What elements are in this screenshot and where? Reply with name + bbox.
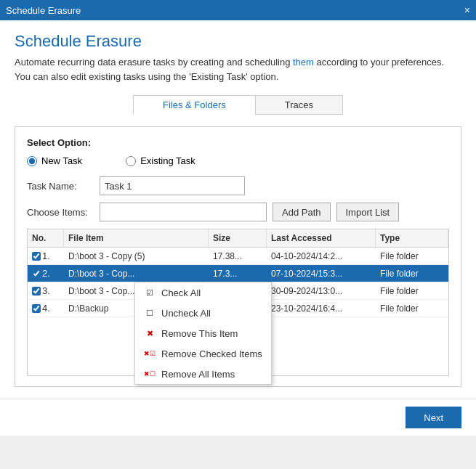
choose-items-input[interactable] <box>100 203 267 221</box>
footer: Next <box>0 399 476 436</box>
row3-checkbox[interactable] <box>32 287 41 295</box>
tab-traces[interactable]: Traces <box>255 95 343 115</box>
row1-file-item: D:\boot 3 - Copy (5) <box>64 248 209 264</box>
title-bar: Schedule Erasure × <box>0 0 476 20</box>
row2-size: 17.3... <box>209 265 267 282</box>
row1-last-accessed: 04-10-2024/14:2... <box>267 248 376 264</box>
remove-checked-icon: ✖☑ <box>144 348 156 359</box>
row1-size: 17.38... <box>209 248 267 264</box>
row2-type: File folder <box>376 265 448 282</box>
row2-last-accessed: 07-10-2024/15:3... <box>267 265 376 282</box>
tab-files-folders[interactable]: Files & Folders <box>133 95 255 115</box>
row4-type: File folder <box>376 300 448 317</box>
table-row[interactable]: 2. D:\boot 3 - Cop... 17.3... 07-10-2024… <box>28 265 448 282</box>
task-name-input[interactable] <box>100 176 245 195</box>
row4-last-accessed: 23-10-2024/16:4... <box>267 300 376 317</box>
row3-no-cell: 3. <box>28 282 64 299</box>
row4-no-cell: 4. <box>28 300 64 317</box>
ctx-remove-all[interactable]: ✖☐ Remove All Items <box>135 364 271 384</box>
radio-existing-task[interactable]: Existing Task <box>126 155 195 166</box>
select-option-heading: Select Option: <box>27 137 449 148</box>
col-no: No. <box>28 229 64 247</box>
row3-last-accessed: 30-09-2024/13:0... <box>267 282 376 299</box>
title-bar-text: Schedule Erasure <box>6 5 81 16</box>
add-path-button[interactable]: Add Path <box>273 203 331 221</box>
choose-items-row: Choose Items: Add Path Import List <box>27 203 449 221</box>
page-title: Schedule Erasure <box>15 32 461 51</box>
page-description: Automate recurring data erasure tasks by… <box>15 55 461 83</box>
row1-no-cell: 1. <box>28 248 64 264</box>
col-file-item: File Item <box>64 229 209 247</box>
uncheck-all-icon: ☐ <box>144 307 156 319</box>
task-name-label: Task Name: <box>27 181 100 192</box>
task-name-row: Task Name: <box>27 176 449 195</box>
ctx-remove-checked[interactable]: ✖☑ Remove Checked Items <box>135 343 271 364</box>
row2-no-cell: 2. <box>28 265 64 282</box>
radio-new-task[interactable]: New Task <box>27 155 82 166</box>
tabs-container: Files & Folders Traces <box>15 95 461 115</box>
radio-existing-task-input[interactable] <box>126 156 136 166</box>
row3-type: File folder <box>376 282 448 299</box>
ctx-uncheck-all[interactable]: ☐ Uncheck All <box>135 303 271 323</box>
row2-file-item: D:\boot 3 - Cop... <box>64 265 209 282</box>
close-button[interactable]: × <box>464 5 470 15</box>
col-last-accessed: Last Accessed <box>267 229 376 247</box>
ctx-check-all[interactable]: ☑ Check All <box>135 282 271 303</box>
next-button[interactable]: Next <box>406 407 461 428</box>
row1-type: File folder <box>376 248 448 264</box>
desc-line2: You can also edit existing tasks using t… <box>15 71 278 82</box>
col-type: Type <box>376 229 448 247</box>
remove-all-icon: ✖☐ <box>144 368 156 380</box>
context-menu: ☑ Check All ☐ Uncheck All ✖ Remove This … <box>134 282 272 385</box>
ctx-remove-item[interactable]: ✖ Remove This Item <box>135 323 271 343</box>
remove-item-icon: ✖ <box>144 327 156 339</box>
table-row[interactable]: 1. D:\boot 3 - Copy (5) 17.38... 04-10-2… <box>28 248 448 265</box>
choose-items-label: Choose Items: <box>27 207 100 218</box>
radio-group: New Task Existing Task <box>27 155 449 166</box>
row1-checkbox[interactable] <box>32 252 41 261</box>
import-list-button[interactable]: Import List <box>336 203 400 221</box>
check-all-icon: ☑ <box>144 287 156 298</box>
table-header: No. File Item Size Last Accessed Type <box>28 229 448 248</box>
col-size: Size <box>209 229 267 247</box>
row2-checkbox[interactable] <box>32 269 41 278</box>
row4-checkbox[interactable] <box>32 304 41 313</box>
radio-new-task-input[interactable] <box>27 156 37 166</box>
desc-line1: Automate recurring data erasure tasks by… <box>15 57 444 68</box>
